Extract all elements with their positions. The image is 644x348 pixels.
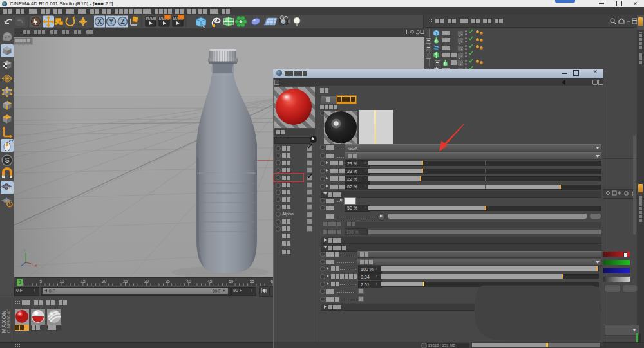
svg-text:X: X <box>97 18 102 25</box>
svg-text:45: 45 <box>207 279 213 284</box>
svg-text:15: 15 <box>80 279 86 284</box>
svg-text:10: 10 <box>59 279 64 284</box>
svg-text:Y: Y <box>109 18 113 25</box>
svg-text:5: 5 <box>39 279 42 284</box>
svg-text:20: 20 <box>102 279 107 284</box>
svg-text:50: 50 <box>229 279 234 284</box>
svg-text:25: 25 <box>123 279 128 284</box>
svg-text:35: 35 <box>165 279 170 284</box>
svg-text:55: 55 <box>250 279 255 284</box>
svg-text:S: S <box>5 157 10 164</box>
svg-text:30: 30 <box>144 279 149 284</box>
svg-text:Z: Z <box>120 18 124 25</box>
svg-text:40: 40 <box>186 279 191 284</box>
svg-text:0: 0 <box>19 280 21 284</box>
